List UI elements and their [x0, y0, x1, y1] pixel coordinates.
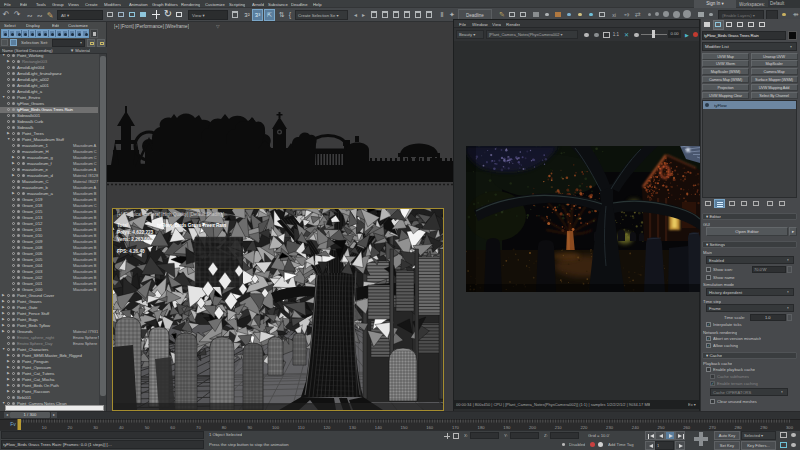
svg-text:120: 120	[323, 425, 331, 430]
svg-text:250: 250	[658, 425, 666, 430]
svg-text:100: 100	[272, 425, 280, 430]
svg-text:170: 170	[452, 425, 460, 430]
svg-text:160: 160	[426, 425, 434, 430]
svg-text:200: 200	[529, 425, 537, 430]
svg-text:300: 300	[786, 425, 794, 430]
svg-text:70: 70	[196, 425, 201, 430]
svg-text:280: 280	[735, 425, 743, 430]
svg-text:190: 190	[503, 425, 511, 430]
svg-text:Verts: 2,263,660: Verts: 2,263,660	[117, 237, 153, 242]
svg-text:[+] [Physical Camera] [High Qu: [+] [Physical Camera] [High Quality] [De…	[117, 212, 224, 217]
svg-text:230: 230	[606, 425, 614, 430]
svg-text:220: 220	[580, 425, 588, 430]
svg-text:FPS: 4.26.40: FPS: 4.26.40	[117, 249, 145, 254]
svg-text:60: 60	[170, 425, 175, 430]
svg-text:10: 10	[42, 425, 47, 430]
svg-text:240: 240	[632, 425, 640, 430]
svg-text:20: 20	[68, 425, 73, 430]
svg-text:110: 110	[298, 425, 305, 430]
svg-text:270: 270	[709, 425, 717, 430]
svg-text:80: 80	[222, 425, 227, 430]
svg-text:210: 210	[555, 425, 563, 430]
svg-text:130: 130	[349, 425, 357, 430]
svg-text:180: 180	[478, 425, 486, 430]
svg-text:tyFlow_Birds Grass Trees Rain: tyFlow_Birds Grass Trees Rain	[157, 223, 226, 228]
svg-text:140: 140	[375, 425, 383, 430]
svg-text:150: 150	[401, 425, 409, 430]
svg-text:40: 40	[119, 425, 124, 430]
svg-text:290: 290	[760, 425, 768, 430]
svg-text:90: 90	[247, 425, 252, 430]
svg-text:Polys: 4,622,223: Polys: 4,622,223	[117, 230, 154, 235]
svg-text:260: 260	[683, 425, 691, 430]
svg-text:30: 30	[93, 425, 98, 430]
svg-text:50: 50	[145, 425, 150, 430]
svg-text:Total: Total	[117, 223, 128, 228]
